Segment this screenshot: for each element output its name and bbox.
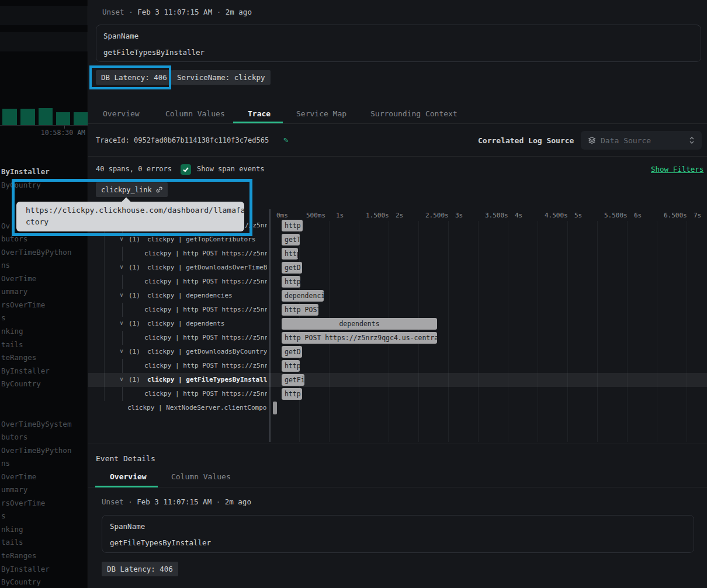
span-name-value: getFileTypesByInstaller — [103, 48, 205, 57]
separator: · — [128, 497, 133, 506]
chevron-down-icon[interactable]: ∨ — [120, 348, 123, 354]
span-duration-bar[interactable]: dependents — [282, 318, 437, 330]
span-name: clickpy | http POST https://z5nrz — [144, 250, 267, 257]
span-duration-bar[interactable]: http — [282, 248, 298, 260]
trace-span-row[interactable]: clickpy | http POST https://z5nrzhttp PO… — [88, 331, 707, 345]
background-row — [0, 6, 88, 25]
event-details-title: Event Details — [96, 454, 155, 463]
background-list-item: ns — [1, 261, 10, 269]
background-page: 10:58:30 AM ByInstallerByCountryOvbutors… — [0, 0, 88, 588]
span-name-label: SpanName — [103, 32, 138, 40]
show-filters-link[interactable]: Show Filters — [651, 165, 703, 174]
span-duration-bar[interactable] — [273, 402, 277, 414]
trace-span-row[interactable]: ∨(1)clickpy | getTopContributorsgetT — [88, 233, 707, 247]
trace-span-row[interactable]: clickpy | http POST https://z5nrzhttp — [88, 247, 707, 261]
background-list-item: ummary — [1, 287, 27, 296]
background-list-item: ummary — [1, 485, 27, 494]
tab-overview[interactable]: Overview — [103, 109, 140, 118]
db-latency-badge[interactable]: DB Latency: 406 — [102, 562, 178, 576]
db-latency-badge[interactable]: DB Latency: 406 — [96, 70, 172, 85]
spans-summary: 40 spans, 0 errors — [96, 165, 172, 173]
span-name: clickpy | http POST https://z5nrz — [144, 334, 267, 341]
status-label: Unset — [102, 497, 124, 506]
relative-time: 2m ago — [225, 497, 251, 506]
trace-span-row[interactable]: clickpy | http POST https://z5nrzhttp — [88, 387, 707, 401]
tree-guide-segment — [122, 275, 123, 289]
event-details-meta: Unset · Feb 3 11:07:15 AM · 2m ago — [102, 497, 251, 506]
span-duration-bar[interactable]: http — [282, 220, 303, 231]
event-details-tab-column-values[interactable]: Column Values — [171, 472, 231, 481]
span-duration-bar[interactable]: getD — [282, 346, 302, 358]
clickpy-link-badge[interactable]: clickpy_link — [96, 182, 168, 197]
tooltip-url-line1: https://clickpy.clickhouse.com/dashboard… — [26, 205, 235, 216]
span-duration-bar[interactable]: getT — [282, 234, 300, 245]
background-list-item: nking — [1, 525, 23, 534]
trace-span-row[interactable]: clickpy | http POST https://z5nrzhttp PO… — [88, 303, 707, 317]
trace-span-row[interactable]: clickpy | NextNodeServer.clientCompone — [88, 401, 707, 415]
tab-column-values[interactable]: Column Values — [165, 109, 225, 118]
span-duration-bar[interactable]: http — [282, 276, 300, 288]
span-name: clickpy | getDownloadsByCountry — [147, 348, 267, 355]
background-list-item: tails — [1, 340, 23, 349]
event-side-panel: Unset · Feb 3 11:07:15 AM · 2m ago SpanN… — [88, 0, 707, 588]
span-name-card: SpanName getFileTypesByInstaller — [96, 25, 701, 62]
trace-span-row[interactable]: clickpy | http POST https://z5nrzhttp — [88, 275, 707, 289]
tree-guide-segment — [122, 387, 123, 401]
trace-span-row[interactable]: ∨(1)clickpy | getFileTypesByInstallerget… — [88, 373, 707, 387]
span-name: clickpy | getTopContributors — [147, 236, 267, 243]
clickpy-link-label: clickpy_link — [101, 186, 152, 194]
span-name: clickpy | dependents — [147, 320, 267, 327]
span-name: clickpy | getFileTypesByInstaller — [147, 376, 267, 383]
event-details-tabs-divider — [88, 487, 707, 487]
span-child-count: (1) — [129, 348, 140, 355]
trace-span-row[interactable]: ∨(1)clickpy | getDownloadsOverTimeBySget… — [88, 261, 707, 275]
trace-span-row[interactable]: ∨(1)clickpy | dependenciesdependenci — [88, 289, 707, 303]
span-name: clickpy | http POST https://z5nrz — [144, 390, 267, 397]
separator: · — [129, 8, 133, 16]
trace-span-row[interactable]: ∨(1)clickpy | getDownloadsByCountrygetD — [88, 345, 707, 359]
chevron-down-icon[interactable]: ∨ — [120, 320, 123, 326]
chevron-down-icon[interactable]: ∨ — [120, 264, 123, 270]
background-list-item: nking — [1, 327, 23, 335]
chevron-down-icon[interactable]: ∨ — [120, 236, 123, 242]
span-duration-bar[interactable]: http — [282, 360, 300, 372]
histogram-bar — [2, 109, 17, 125]
span-duration-bar[interactable]: http — [282, 388, 302, 400]
show-span-events-checkbox[interactable] — [181, 164, 191, 175]
span-child-count: (1) — [129, 236, 140, 243]
status-label: Unset — [102, 8, 124, 16]
data-source-select[interactable]: Data Source — [581, 131, 702, 150]
service-name-badge[interactable]: ServiceName: clickpy — [172, 70, 271, 85]
span-duration-bar[interactable]: dependenci — [282, 290, 324, 302]
background-list-item: rsOverTime — [1, 499, 45, 507]
trace-span-row[interactable]: clickpy | http POST https://z5nrzhttp — [88, 359, 707, 373]
tab-service-map[interactable]: Service Map — [296, 109, 346, 118]
chevron-down-icon[interactable]: ∨ — [120, 376, 123, 382]
background-list-item: OverTime — [1, 472, 36, 481]
span-name: clickpy | dependencies — [147, 292, 267, 299]
tree-guide-segment — [122, 247, 123, 261]
span-duration-bar[interactable]: getFi — [282, 374, 304, 386]
link-icon — [155, 186, 162, 193]
tab-surrounding-context[interactable]: Surrounding Context — [370, 109, 458, 118]
span-duration-bar[interactable]: http POST https://z5nrz9qgc4.us-central — [282, 332, 437, 344]
active-tab-underline — [233, 122, 283, 123]
span-child-count: (1) — [129, 264, 140, 271]
chevron-down-icon[interactable]: ∨ — [120, 292, 123, 298]
edit-icon[interactable]: ✎ — [283, 135, 288, 144]
background-list-item: butors — [1, 433, 27, 441]
span-duration-bar[interactable]: getD — [282, 262, 302, 274]
tab-trace[interactable]: Trace — [248, 109, 271, 118]
background-list-item: s — [1, 511, 6, 520]
trace-span-row[interactable]: ∨(1)clickpy | dependentsdependents — [88, 317, 707, 331]
background-list-item: ByCountry — [1, 577, 41, 586]
trace-detail-screen: { "colors": { "accent_green": "#2dbd8c",… — [0, 0, 707, 588]
clickpy-link-tooltip: https://clickpy.clickhouse.com/dashboard… — [16, 202, 244, 231]
histogram-bar — [74, 112, 88, 125]
background-list-item: ByCountry — [1, 181, 41, 189]
span-name: clickpy | NextNodeServer.clientCompone — [127, 404, 267, 411]
background-list-item: ByCountry — [1, 379, 41, 388]
tooltip-url-line2: ctory — [26, 216, 235, 228]
event-details-tab-overview[interactable]: Overview — [110, 472, 147, 481]
span-duration-bar[interactable]: http POST — [282, 304, 318, 316]
